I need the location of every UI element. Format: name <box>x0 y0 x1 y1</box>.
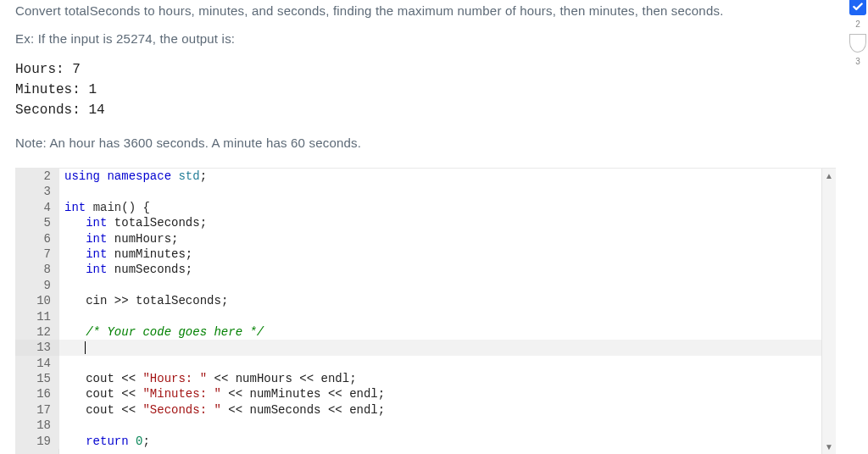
code-line: 17 cout << "Seconds: " << numSeconds << … <box>15 402 821 418</box>
code-line: 6 int numHours; <box>15 231 821 246</box>
code-line: 8 int numSeconds; <box>15 262 821 277</box>
text-cursor <box>85 341 86 354</box>
badge-number-top: 2 <box>855 20 860 29</box>
scroll-down-arrow[interactable]: ▼ <box>822 440 836 454</box>
progress-sidebar: 2 3 <box>849 0 866 66</box>
code-line: 11 <box>15 309 821 324</box>
check-badge[interactable] <box>849 0 866 15</box>
code-line-active: 13 <box>15 340 821 355</box>
code-line: 14 <box>15 356 821 371</box>
code-area[interactable]: 2using namespace std; 3 4int main() { 5 … <box>15 169 821 454</box>
example-intro: Ex: If the input is 25274, the output is… <box>15 31 798 46</box>
example-output: Hours: 7 Minutes: 1 Seconds: 14 <box>15 59 798 120</box>
check-icon <box>852 1 864 13</box>
code-line: 7 int numMinutes; <box>15 246 821 262</box>
code-line: 18 <box>15 418 821 433</box>
code-line: 12 /* Your code goes here */ <box>15 324 821 340</box>
code-line: 10 cin >> totalSeconds; <box>15 293 821 308</box>
code-line: 3 <box>15 184 821 199</box>
code-line: 16 cout << "Minutes: " << numMinutes << … <box>15 386 821 401</box>
scroll-up-arrow[interactable]: ▲ <box>822 169 836 183</box>
badge-number-bottom: 3 <box>855 58 860 66</box>
code-line: 15 cout << "Hours: " << numHours << endl… <box>15 371 821 386</box>
code-line: 5 int totalSeconds; <box>15 215 821 230</box>
code-line: 19 return 0; <box>15 434 821 449</box>
shield-icon[interactable] <box>849 34 866 53</box>
vertical-scrollbar[interactable]: ▲ ▼ <box>821 169 836 454</box>
code-line: 2using namespace std; <box>15 169 821 184</box>
code-line: 9 <box>15 278 821 293</box>
code-line: 4int main() { <box>15 200 821 215</box>
problem-prompt: Convert totalSeconds to hours, minutes, … <box>15 2 798 19</box>
code-editor[interactable]: 2using namespace std; 3 4int main() { 5 … <box>15 168 836 454</box>
note-text: Note: An hour has 3600 seconds. A minute… <box>15 136 798 150</box>
